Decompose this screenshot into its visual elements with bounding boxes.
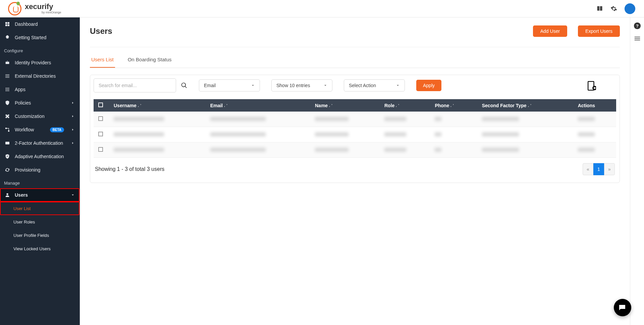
select-all-checkbox[interactable] xyxy=(98,103,103,107)
sort-icon[interactable] xyxy=(395,103,400,108)
sidebar-item-identity-providers[interactable]: Identity Providers xyxy=(0,56,79,69)
chevron-down-icon xyxy=(251,83,255,87)
sidebar-item-users[interactable]: Users xyxy=(0,188,79,202)
svg-text:?: ? xyxy=(636,23,639,28)
action-select[interactable]: Select Action xyxy=(344,79,405,91)
logo-icon xyxy=(8,2,21,15)
rocket-icon xyxy=(5,35,10,40)
svg-rect-1 xyxy=(8,22,9,24)
user-icon xyxy=(5,192,10,198)
right-rail: ? xyxy=(630,17,644,325)
svg-rect-16 xyxy=(5,128,7,129)
svg-point-11 xyxy=(7,89,8,90)
chevron-right-icon xyxy=(71,141,75,145)
bulk-upload-icon[interactable] xyxy=(587,81,596,90)
shield-check-icon xyxy=(5,154,10,159)
svg-rect-4 xyxy=(5,74,9,75)
sort-icon[interactable] xyxy=(450,103,454,108)
apply-button[interactable]: Apply xyxy=(416,80,441,91)
sidebar-sub-user-roles[interactable]: User Roles xyxy=(0,215,79,229)
sidebar-item-policies[interactable]: Policies xyxy=(0,96,79,110)
chevron-right-icon xyxy=(71,101,75,105)
shield-icon xyxy=(5,100,10,106)
row-checkbox[interactable] xyxy=(98,147,103,152)
svg-rect-24 xyxy=(634,37,640,38)
svg-rect-5 xyxy=(5,76,9,76)
page-size-select[interactable]: Show 10 entries xyxy=(271,79,332,91)
svg-point-10 xyxy=(6,89,7,90)
dashboard-icon xyxy=(5,21,10,27)
gear-icon[interactable] xyxy=(610,5,617,12)
sidebar-item-label: Adaptive Authentication xyxy=(15,154,64,159)
search-input[interactable] xyxy=(94,78,176,92)
sidebar-sub-user-profile-fields[interactable]: User Profile Fields xyxy=(0,229,79,242)
tab-users-list[interactable]: Users List xyxy=(90,54,115,68)
add-user-button[interactable]: Add User xyxy=(533,25,567,37)
sidebar-item-label: Provisioning xyxy=(15,167,40,173)
main-content: Users Add User Export Users Users List O… xyxy=(80,17,630,325)
svg-point-9 xyxy=(8,88,9,89)
svg-point-7 xyxy=(6,88,7,89)
svg-rect-26 xyxy=(634,40,640,41)
svg-rect-25 xyxy=(634,38,640,39)
table-footer-text: Showing 1 - 3 of total 3 users xyxy=(95,166,164,172)
sidebar-item-apps[interactable]: Apps xyxy=(0,83,79,96)
sort-icon[interactable] xyxy=(328,103,333,108)
list-icon xyxy=(5,73,10,79)
table-row xyxy=(94,112,616,127)
field-select[interactable]: Email xyxy=(199,79,260,91)
pagination: « 1 » xyxy=(583,163,615,175)
sort-icon[interactable] xyxy=(223,103,228,108)
page-prev[interactable]: « xyxy=(583,163,593,175)
user-avatar[interactable] xyxy=(625,3,635,14)
sidebar-item-customization[interactable]: Customization xyxy=(0,110,79,123)
sidebar-item-label: Getting Started xyxy=(15,35,46,40)
menu-icon[interactable] xyxy=(634,35,641,42)
beta-badge: BETA xyxy=(50,127,64,132)
book-icon[interactable] xyxy=(596,5,603,12)
svg-rect-17 xyxy=(8,130,9,132)
sort-icon[interactable] xyxy=(527,103,532,108)
svg-rect-18 xyxy=(5,142,9,144)
sidebar-item-provisioning[interactable]: Provisioning xyxy=(0,163,79,177)
svg-rect-2 xyxy=(5,24,7,26)
tabs: Users List On Boarding Status xyxy=(90,54,620,68)
row-checkbox[interactable] xyxy=(98,132,103,136)
sidebar-item-adaptive-auth[interactable]: Adaptive Authentication xyxy=(0,150,79,163)
sidebar-item-label: Dashboard xyxy=(15,21,38,27)
sidebar-item-label: Users xyxy=(15,192,28,198)
page-title: Users xyxy=(90,26,112,36)
sidebar-item-label: 2-Factor Authentication xyxy=(15,140,63,146)
sidebar-item-label: External Directories xyxy=(15,73,56,79)
sidebar-item-external-directories[interactable]: External Directories xyxy=(0,69,79,83)
sort-icon[interactable] xyxy=(137,103,142,108)
tab-onboarding[interactable]: On Boarding Status xyxy=(126,54,173,68)
export-users-button[interactable]: Export Users xyxy=(578,25,620,37)
svg-rect-3 xyxy=(8,24,9,26)
page-1[interactable]: 1 xyxy=(593,163,604,175)
brand-name: xecurify xyxy=(25,3,61,11)
svg-point-13 xyxy=(6,90,7,91)
sidebar-item-label: Policies xyxy=(15,100,31,106)
sidebar-item-getting-started[interactable]: Getting Started xyxy=(0,31,79,44)
sidebar-sub-user-list[interactable]: User List xyxy=(0,202,79,215)
table-row xyxy=(94,142,616,158)
chat-fab[interactable] xyxy=(614,299,631,316)
sidebar-item-2fa[interactable]: 2-Factor Authentication xyxy=(0,136,79,150)
divider xyxy=(90,47,620,47)
sidebar-item-label: Apps xyxy=(15,87,25,92)
sidebar-item-workflow[interactable]: Workflow BETA xyxy=(0,123,79,136)
svg-point-15 xyxy=(8,90,9,91)
sidebar-sub-view-locked-users[interactable]: View Locked Users xyxy=(0,242,79,255)
row-checkbox[interactable] xyxy=(98,116,103,121)
brand-logo[interactable]: xecurify by miniOrange xyxy=(8,2,61,15)
help-icon[interactable]: ? xyxy=(634,22,641,29)
page-next[interactable]: » xyxy=(604,163,615,175)
sidebar: Dashboard Getting Started Configure Iden… xyxy=(0,17,80,325)
users-table: Username Email Name Role Phone Second Fa… xyxy=(94,99,616,158)
search-icon[interactable] xyxy=(181,82,187,89)
sidebar-item-label: Workflow xyxy=(15,127,34,132)
sidebar-item-dashboard[interactable]: Dashboard xyxy=(0,17,79,31)
users-panel: Email Show 10 entries Select Action Appl… xyxy=(90,75,620,183)
chevron-right-icon xyxy=(71,128,75,132)
